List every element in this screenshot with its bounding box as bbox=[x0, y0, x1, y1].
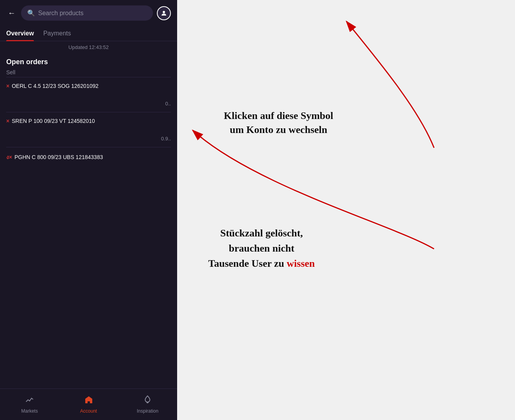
order-name-2: × SREN P 100 09/23 VT 124582010 bbox=[6, 118, 95, 124]
nav-inspiration-label: Inspiration bbox=[137, 408, 158, 414]
annotation-2: Stückzahl gelöscht, brauchen nicht Tause… bbox=[208, 226, 315, 271]
bottom-nav: Markets Account Inspiration bbox=[0, 388, 177, 420]
nav-inspiration[interactable]: Inspiration bbox=[118, 393, 177, 416]
order-x-3: ง× bbox=[6, 153, 12, 161]
order-item-1[interactable]: × OERL C 4.5 12/23 SOG 126201092 0.. bbox=[6, 77, 171, 112]
order-value-2: 0.9.. bbox=[161, 136, 171, 142]
tabs: Overview Payments bbox=[0, 26, 177, 41]
updated-timestamp: Updated 12:43:52 bbox=[0, 41, 177, 53]
markets-icon bbox=[25, 395, 34, 407]
back-button[interactable]: ← bbox=[6, 7, 17, 19]
account-nav-icon bbox=[84, 395, 93, 407]
tab-payments[interactable]: Payments bbox=[43, 26, 71, 41]
order-x-2: × bbox=[6, 118, 9, 124]
order-value-1: 0.. bbox=[165, 101, 171, 107]
tab-overview[interactable]: Overview bbox=[6, 26, 34, 41]
arrows-svg bbox=[177, 0, 515, 420]
sell-label: Sell bbox=[6, 69, 171, 75]
order-name-3: ง× PGHN C 800 09/23 UBS 121843383 bbox=[6, 153, 103, 161]
nav-markets-label: Markets bbox=[21, 408, 38, 414]
account-icon-button[interactable] bbox=[157, 6, 171, 20]
order-item-3[interactable]: ง× PGHN C 800 09/23 UBS 121843383 bbox=[6, 147, 171, 167]
nav-account[interactable]: Account bbox=[59, 393, 118, 416]
open-orders-title: Open orders bbox=[6, 58, 171, 66]
svg-point-0 bbox=[163, 11, 165, 13]
inspiration-icon bbox=[143, 395, 152, 407]
search-icon: 🔍 bbox=[27, 9, 35, 17]
order-name-1: × OERL C 4.5 12/23 SOG 126201092 bbox=[6, 83, 98, 89]
content-area: Open orders Sell × OERL C 4.5 12/23 SOG … bbox=[0, 53, 177, 388]
annotation-1: Klicken auf diese Symbol um Konto zu wec… bbox=[224, 109, 333, 137]
nav-markets[interactable]: Markets bbox=[0, 393, 59, 416]
header: ← 🔍 Search products bbox=[0, 0, 177, 26]
nav-account-label: Account bbox=[80, 408, 97, 414]
search-input-placeholder: Search products bbox=[38, 10, 84, 17]
order-item-2[interactable]: × SREN P 100 09/23 VT 124582010 0.9.. bbox=[6, 112, 171, 147]
annotation-area: Klicken auf diese Symbol um Konto zu wec… bbox=[177, 0, 515, 420]
order-x-1: × bbox=[6, 83, 9, 89]
app-panel: ← 🔍 Search products Overview Payments Up… bbox=[0, 0, 177, 420]
search-bar[interactable]: 🔍 Search products bbox=[21, 5, 153, 21]
